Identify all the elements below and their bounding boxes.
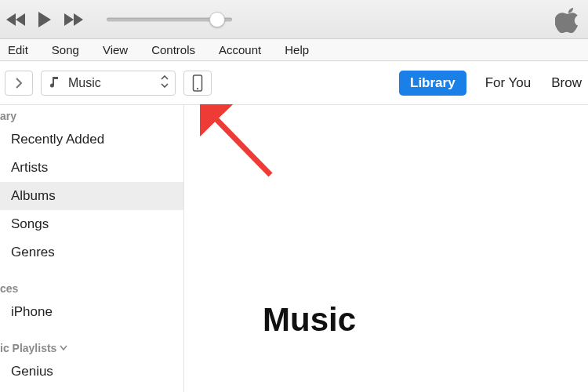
sidebar-item[interactable]: Albums: [0, 182, 183, 210]
device-button[interactable]: [183, 71, 212, 96]
sidebar-section-devices: ces: [0, 278, 183, 298]
sidebar-item[interactable]: Recently Added: [0, 125, 183, 154]
sidebar-item[interactable]: Artists: [0, 154, 183, 182]
updown-chevron-icon: [161, 75, 169, 91]
media-picker[interactable]: Music: [41, 71, 176, 96]
playback-bar: [0, 0, 588, 39]
media-picker-label: Music: [68, 76, 101, 90]
sidebar-section-playlists[interactable]: ic Playlists: [0, 337, 183, 358]
nav-tabs: Library For You Brow: [399, 71, 583, 96]
tab-library[interactable]: Library: [399, 71, 466, 96]
sidebar-item[interactable]: Songs: [0, 210, 183, 238]
menu-controls[interactable]: Controls: [147, 41, 200, 59]
svg-point-6: [197, 88, 198, 89]
section-label: ic Playlists: [0, 342, 56, 354]
next-button[interactable]: [61, 8, 85, 31]
tab-for-you[interactable]: For You: [484, 71, 533, 96]
svg-marker-4: [74, 13, 83, 26]
phone-icon: [192, 74, 203, 92]
sidebar: ary Recently AddedArtistsAlbumsSongsGenr…: [0, 105, 184, 392]
svg-marker-3: [64, 13, 74, 26]
toolbar: Music Library For You Brow: [0, 61, 588, 105]
page-title: Music: [263, 301, 356, 339]
svg-marker-1: [6, 13, 16, 26]
chevron-down-icon: [60, 343, 67, 354]
sidebar-item[interactable]: iPhone: [0, 298, 183, 326]
tab-browse[interactable]: Brow: [550, 71, 583, 96]
sidebar-section-library: ary: [0, 105, 183, 125]
section-label: ary: [0, 110, 16, 122]
svg-marker-2: [38, 12, 51, 27]
menu-edit[interactable]: Edit: [3, 41, 33, 59]
play-button[interactable]: [33, 8, 56, 31]
menu-bar: Edit Song View Controls Account Help: [0, 39, 588, 61]
menu-view[interactable]: View: [98, 41, 132, 59]
volume-slider[interactable]: [107, 12, 232, 27]
music-note-icon: [48, 75, 60, 91]
section-label: ces: [0, 282, 18, 295]
sidebar-item[interactable]: Genres: [0, 238, 183, 267]
content-area: Music: [184, 105, 588, 392]
menu-account[interactable]: Account: [214, 41, 266, 59]
forward-button[interactable]: [5, 71, 33, 96]
apple-logo-icon: [554, 5, 583, 34]
svg-marker-0: [16, 13, 25, 26]
playback-controls: [5, 8, 85, 31]
sidebar-item[interactable]: Genius: [0, 358, 183, 386]
menu-help[interactable]: Help: [280, 41, 314, 59]
previous-button[interactable]: [5, 8, 28, 31]
menu-song[interactable]: Song: [47, 41, 84, 59]
volume-thumb[interactable]: [209, 12, 225, 27]
main-area: ary Recently AddedArtistsAlbumsSongsGenr…: [0, 105, 588, 392]
